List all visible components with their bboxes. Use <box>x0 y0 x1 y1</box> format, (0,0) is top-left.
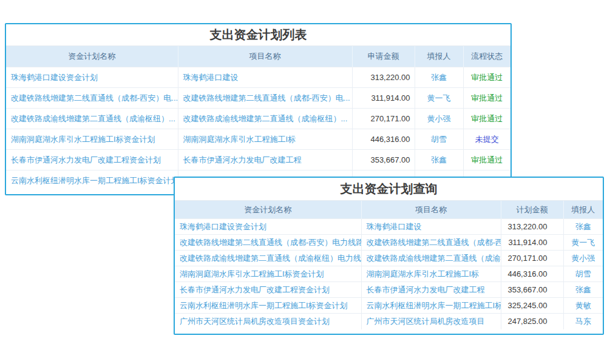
reporter-link[interactable]: 马东 <box>563 314 603 329</box>
query-panel-title: 支出资金计划查询 <box>175 178 603 201</box>
query-col-plan-amount: 计划金额 <box>501 201 563 219</box>
table-row: 云南水利枢纽潜明水库一期工程施工I标资金计划云南水利枢纽潜明水库一期工程施工I标… <box>175 298 603 314</box>
list-panel-title: 支出资金计划列表 <box>6 24 510 46</box>
plan-amount: 247,825.00 <box>501 314 563 329</box>
project-name-link[interactable]: 广州市天河区统计局机房改造项目 <box>361 314 501 329</box>
plan-name-link[interactable]: 长春市伊通河水力发电厂改建工程资金计划 <box>175 282 361 298</box>
plan-name-link[interactable]: 湖南洞庭湖水库引水工程施工I标资金计划 <box>6 129 178 150</box>
table-row: 珠海鹤港口建设资金计划珠海鹤港口建设313,220.00张鑫审批通过 <box>6 67 510 88</box>
reporter-link[interactable]: 黄一飞 <box>563 235 603 251</box>
reporter-link[interactable]: 张鑫 <box>563 219 603 235</box>
reporter-link[interactable]: 黄敏 <box>563 298 603 314</box>
reporter-link[interactable]: 胡雪 <box>563 266 603 282</box>
plan-name-link[interactable]: 改建铁路线增建第二线直通线（成都-西安）电力线路迁 <box>175 235 361 251</box>
project-name-link[interactable]: 珠海鹤港口建设 <box>361 219 501 235</box>
table-row: 改建铁路线增建第二线直通线（成都-西安）电...改建铁路线增建第二线直通线（成都… <box>6 88 510 109</box>
plan-name-link[interactable]: 珠海鹤港口建设资金计划 <box>175 219 361 235</box>
list-header-row: 资金计划名称 项目名称 申请金额 填报人 流程状态 <box>6 46 510 67</box>
reporter-link[interactable]: 胡雪 <box>415 129 463 150</box>
project-name-link[interactable]: 长春市伊通河水力发电厂改建工程 <box>178 150 352 170</box>
plan-name-link[interactable]: 改建铁路成渝线增建第二直通线（成渝枢纽）... <box>6 109 178 129</box>
plan-amount: 353,667.00 <box>501 282 563 298</box>
flow-status: 未提交 <box>463 129 510 150</box>
reporter-link[interactable]: 黄小强 <box>415 109 463 129</box>
project-name-link[interactable]: 湖南洞庭湖水库引水工程施工I标 <box>178 129 352 150</box>
plan-name-link[interactable]: 改建铁路线增建第二线直通线（成都-西安）电... <box>6 88 178 109</box>
table-row: 长春市伊通河水力发电厂改建工程资金计划长春市伊通河水力发电厂改建工程353,66… <box>6 150 510 170</box>
reporter-link[interactable]: 张鑫 <box>563 282 603 298</box>
plan-name-link[interactable]: 长春市伊通河水力发电厂改建工程资金计划 <box>6 150 178 170</box>
project-name-link[interactable]: 湖南洞庭湖水库引水工程施工I标 <box>361 266 501 282</box>
plan-name-link[interactable]: 改建铁路成渝线增建第二直通线（成渝枢纽）电力线路迁 <box>175 251 361 266</box>
project-name-link[interactable]: 改建铁路成渝线增建第二直通线（成渝枢 <box>361 251 501 266</box>
table-row: 改建铁路线增建第二线直通线（成都-西安）电力线路迁改建铁路线增建第二线直通线（成… <box>175 235 603 251</box>
plan-name-link[interactable]: 云南水利枢纽潜明水库一期工程施工I标资金计划 <box>175 298 361 314</box>
expense-plan-query-panel: 支出资金计划查询 资金计划名称 项目名称 计划金额 填报人 珠海鹤港口建设资金计… <box>174 177 604 335</box>
reporter-link[interactable]: 张鑫 <box>415 67 463 88</box>
query-header-row: 资金计划名称 项目名称 计划金额 填报人 <box>175 201 603 219</box>
list-col-apply-amount: 申请金额 <box>352 46 415 67</box>
query-table: 资金计划名称 项目名称 计划金额 填报人 珠海鹤港口建设资金计划珠海鹤港口建设3… <box>175 201 603 329</box>
list-col-plan-name: 资金计划名称 <box>6 46 178 67</box>
project-name-link[interactable]: 改建铁路线增建第二线直通线（成都-西安 <box>361 235 501 251</box>
table-row: 广州市天河区统计局机房改造项目资金计划广州市天河区统计局机房改造项目247,82… <box>175 314 603 329</box>
flow-status: 审批通过 <box>463 109 510 129</box>
project-name-link[interactable]: 改建铁路成渝线增建第二直通线（成渝枢纽）... <box>178 109 352 129</box>
apply-amount: 311,914.00 <box>352 88 415 109</box>
list-col-reporter: 填报人 <box>415 46 463 67</box>
project-name-link[interactable]: 改建铁路线增建第二线直通线（成都-西安）电... <box>178 88 352 109</box>
apply-amount: 313,220.00 <box>352 67 415 88</box>
table-row: 湖南洞庭湖水库引水工程施工I标资金计划湖南洞庭湖水库引水工程施工I标446,31… <box>6 129 510 150</box>
table-row: 湖南洞庭湖水库引水工程施工I标资金计划湖南洞庭湖水库引水工程施工I标446,31… <box>175 266 603 282</box>
table-row: 改建铁路成渝线增建第二直通线（成渝枢纽）...改建铁路成渝线增建第二直通线（成渝… <box>6 109 510 129</box>
apply-amount: 270,171.00 <box>352 109 415 129</box>
flow-status: 审批通过 <box>463 88 510 109</box>
plan-amount: 313,220.00 <box>501 219 563 235</box>
list-col-flow-status: 流程状态 <box>463 46 510 67</box>
plan-name-link[interactable]: 广州市天河区统计局机房改造项目资金计划 <box>175 314 361 329</box>
project-name-link[interactable]: 珠海鹤港口建设 <box>178 67 352 88</box>
project-name-link[interactable]: 长春市伊通河水力发电厂改建工程 <box>361 282 501 298</box>
reporter-link[interactable]: 黄小强 <box>563 251 603 266</box>
reporter-link[interactable]: 张鑫 <box>415 150 463 170</box>
plan-name-link[interactable]: 湖南洞庭湖水库引水工程施工I标资金计划 <box>175 266 361 282</box>
query-col-reporter: 填报人 <box>563 201 603 219</box>
table-row: 改建铁路成渝线增建第二直通线（成渝枢纽）电力线路迁改建铁路成渝线增建第二直通线（… <box>175 251 603 266</box>
table-row: 珠海鹤港口建设资金计划珠海鹤港口建设313,220.00张鑫 <box>175 219 603 235</box>
flow-status: 审批通过 <box>463 67 510 88</box>
expense-plan-list-panel: 支出资金计划列表 资金计划名称 项目名称 申请金额 填报人 流程状态 珠海鹤港口… <box>5 23 512 195</box>
plan-amount: 311,914.00 <box>501 235 563 251</box>
query-col-project-name: 项目名称 <box>361 201 501 219</box>
plan-name-link[interactable]: 云南水利枢纽潜明水库一期工程施工I标资金计划 <box>6 170 178 191</box>
plan-amount: 446,316.00 <box>501 266 563 282</box>
plan-amount: 270,171.00 <box>501 251 563 266</box>
flow-status: 审批通过 <box>463 150 510 170</box>
query-col-plan-name: 资金计划名称 <box>175 201 361 219</box>
reporter-link[interactable]: 黄一飞 <box>415 88 463 109</box>
apply-amount: 353,667.00 <box>352 150 415 170</box>
list-col-project-name: 项目名称 <box>178 46 352 67</box>
apply-amount: 446,316.00 <box>352 129 415 150</box>
plan-name-link[interactable]: 珠海鹤港口建设资金计划 <box>6 67 178 88</box>
plan-amount: 325,245.00 <box>501 298 563 314</box>
table-row: 长春市伊通河水力发电厂改建工程资金计划长春市伊通河水力发电厂改建工程353,66… <box>175 282 603 298</box>
project-name-link[interactable]: 云南水利枢纽潜明水库一期工程施工I标 <box>361 298 501 314</box>
list-table: 资金计划名称 项目名称 申请金额 填报人 流程状态 珠海鹤港口建设资金计划珠海鹤… <box>6 46 510 191</box>
